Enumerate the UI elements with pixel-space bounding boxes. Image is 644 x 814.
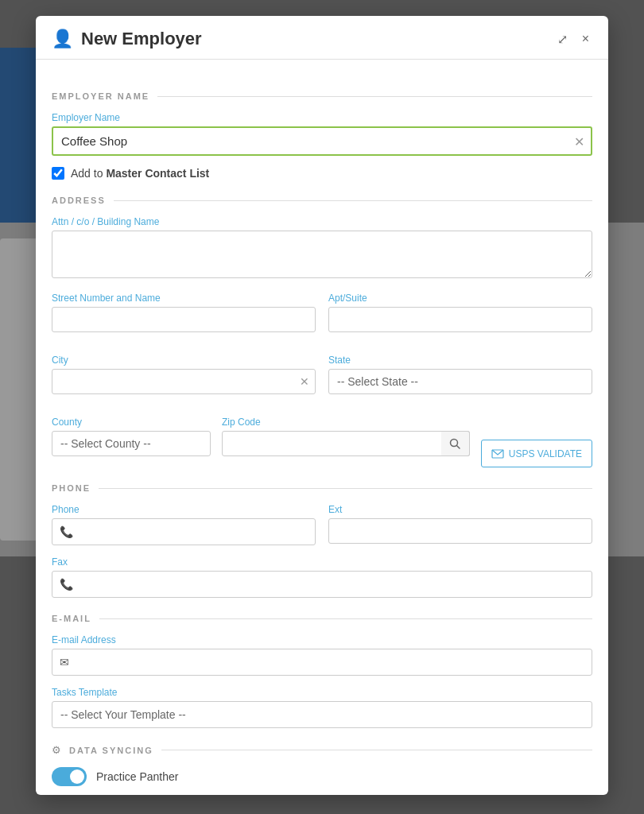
divider xyxy=(99,618,592,619)
email-input[interactable] xyxy=(52,649,592,676)
practice-panther-label: Practice Panther xyxy=(96,770,179,783)
employer-name-clear-button[interactable]: ✕ xyxy=(574,134,584,149)
apt-input[interactable] xyxy=(328,307,592,332)
phone-section-label: PHONE xyxy=(52,483,91,493)
city-input[interactable] xyxy=(52,369,316,394)
state-field: State -- Select State -- xyxy=(328,355,592,394)
phone-field: Phone 📞 xyxy=(52,504,316,545)
email-label: E-mail Address xyxy=(52,634,592,645)
usps-validate-button[interactable]: USPS VALIDATE xyxy=(481,440,592,467)
state-select[interactable]: -- Select State -- xyxy=(328,369,592,394)
zip-field: Zip Code xyxy=(222,417,470,456)
apt-label: Apt/Suite xyxy=(328,293,592,304)
ext-field: Ext xyxy=(328,504,592,545)
city-state-row: City ✕ State -- Select State -- xyxy=(52,355,592,405)
phone-input[interactable] xyxy=(52,518,316,545)
employer-name-label: Employer Name xyxy=(52,112,592,123)
divider xyxy=(161,750,592,750)
master-contact-row: Add to Master Contact List xyxy=(52,167,592,180)
email-input-wrapper: ✉ xyxy=(52,649,592,676)
gear-icon: ⚙ xyxy=(52,744,61,756)
sync-item-practice-panther: Practice Panther xyxy=(52,767,592,786)
usps-validate-wrapper: USPS VALIDATE xyxy=(481,440,592,467)
zip-search-button[interactable] xyxy=(441,431,470,456)
phone-icon: 📞 xyxy=(60,525,73,538)
expand-button[interactable]: ⤢ xyxy=(554,30,571,48)
email-section-header: E-MAIL xyxy=(52,614,592,623)
modal-title: New Employer xyxy=(81,29,202,49)
ext-label: Ext xyxy=(328,504,592,515)
address-section-header: ADDRESS xyxy=(52,196,592,205)
phone-input-wrapper: 📞 xyxy=(52,518,316,545)
svg-line-1 xyxy=(457,446,460,449)
envelope-icon xyxy=(491,448,504,460)
fax-input[interactable] xyxy=(52,571,592,598)
street-label: Street Number and Name xyxy=(52,293,316,304)
city-label: City xyxy=(52,355,316,366)
phone-label: Phone xyxy=(52,504,316,515)
data-syncing-section: Practice Panther Clio xyxy=(52,767,592,795)
email-section-label: E-MAIL xyxy=(52,614,91,623)
address-section-label: ADDRESS xyxy=(52,196,106,205)
zip-input[interactable] xyxy=(222,431,470,456)
email-field: E-mail Address ✉ xyxy=(52,634,592,676)
city-field: City ✕ xyxy=(52,355,316,394)
attn-input[interactable] xyxy=(52,231,592,278)
tasks-template-field: Tasks Template -- Select Your Template -… xyxy=(52,687,592,728)
street-input[interactable] xyxy=(52,307,316,332)
county-select[interactable]: -- Select County -- xyxy=(52,431,211,456)
phone-ext-row: Phone 📞 Ext xyxy=(52,504,592,556)
fax-field: Fax 📞 xyxy=(52,556,592,598)
county-field: County -- Select County -- xyxy=(52,417,211,456)
master-contact-checkbox[interactable] xyxy=(52,167,64,180)
modal-header: 👤 New Employer ⤢ × xyxy=(36,16,608,60)
zip-label: Zip Code xyxy=(222,417,470,428)
data-syncing-section-label: DATA SYNCING xyxy=(69,746,153,755)
attn-field: Attn / c/o / Building Name xyxy=(52,216,592,281)
fax-phone-icon: 📞 xyxy=(60,578,73,591)
new-employer-modal: 👤 New Employer ⤢ × EMPLOYER NAME Employe… xyxy=(36,16,608,795)
ext-input[interactable] xyxy=(328,518,592,544)
phone-section-header: PHONE xyxy=(52,483,592,493)
county-zip-row: County -- Select County -- Zip Code xyxy=(52,417,592,467)
user-icon: 👤 xyxy=(52,29,73,49)
modal-header-icons: ⤢ × xyxy=(554,30,592,48)
employer-name-section-header: EMPLOYER NAME xyxy=(52,91,592,101)
city-clear-button[interactable]: ✕ xyxy=(300,375,309,388)
street-apt-row: Street Number and Name Apt/Suite xyxy=(52,293,592,343)
city-input-wrapper: ✕ xyxy=(52,369,316,394)
fax-label: Fax xyxy=(52,556,592,568)
modal-title-row: 👤 New Employer xyxy=(52,29,202,49)
tasks-template-select[interactable]: -- Select Your Template -- xyxy=(52,701,592,728)
divider xyxy=(114,200,592,201)
street-field: Street Number and Name xyxy=(52,293,316,332)
divider xyxy=(157,96,592,97)
county-label: County xyxy=(52,417,211,428)
email-icon: ✉ xyxy=(60,656,69,669)
divider xyxy=(99,488,592,489)
data-syncing-section-header: ⚙ DATA SYNCING xyxy=(52,744,592,756)
attn-label: Attn / c/o / Building Name xyxy=(52,216,592,227)
employer-name-wrapper: ✕ xyxy=(52,126,592,156)
zip-input-wrapper xyxy=(222,431,470,456)
fax-input-wrapper: 📞 xyxy=(52,571,592,598)
search-icon xyxy=(449,438,460,449)
master-contact-label: Add to Master Contact List xyxy=(71,167,209,180)
employer-name-section-label: EMPLOYER NAME xyxy=(52,91,149,101)
state-label: State xyxy=(328,355,592,366)
practice-panther-slider xyxy=(52,767,87,786)
apt-field: Apt/Suite xyxy=(328,293,592,332)
employer-name-field: Employer Name ✕ xyxy=(52,112,592,156)
employer-name-input[interactable] xyxy=(52,126,592,156)
close-button[interactable]: × xyxy=(579,30,592,48)
tasks-template-label: Tasks Template xyxy=(52,687,592,698)
practice-panther-toggle[interactable] xyxy=(52,767,87,786)
modal-body: EMPLOYER NAME Employer Name ✕ Add to Mas… xyxy=(36,60,608,795)
